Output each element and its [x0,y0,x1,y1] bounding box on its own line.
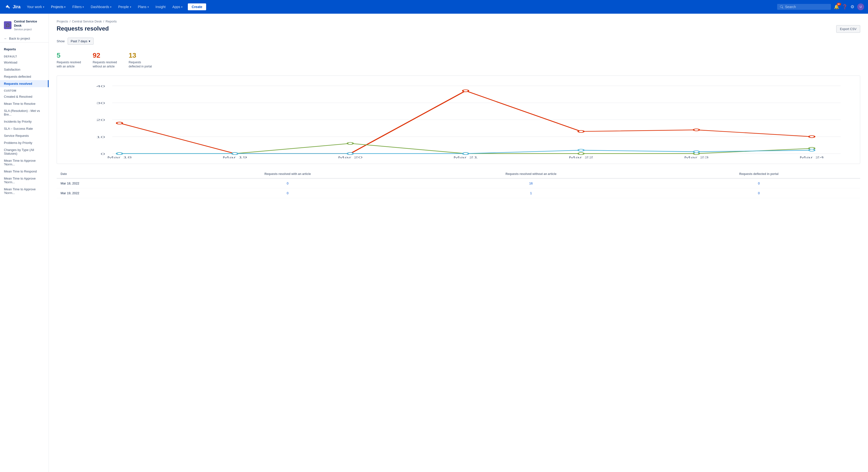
page-header: Requests resolved Export CSV [57,25,860,33]
layout: 🎧 Central Service Desk Service project ←… [0,14,868,472]
reports-heading: Reports [0,45,49,53]
sidebar-item-problems-priority[interactable]: Problems by Priority [0,139,49,146]
chevron-down-icon: ▾ [130,6,131,8]
sidebar-item-requests-deflected[interactable]: Requests deflected [0,73,49,80]
avatar[interactable]: U [857,3,864,10]
period-value: Past 7 days [71,39,87,43]
y-label-30: 30 [96,101,105,105]
x-label-mar20: Mar 20 [338,156,363,159]
x-label-mar21: Mar 21 [453,156,478,159]
nav-dashboards[interactable]: Dashboards ▾ [88,3,114,10]
period-select[interactable]: Past 7 days ▾ [68,38,94,45]
y-label-10: 10 [96,135,105,139]
search-icon [780,5,783,8]
chart-area: 0 10 20 30 40 Mar 18 Mar 19 Mar 20 Mar 2… [62,81,855,159]
series-without-article-line [119,91,812,153]
td-date-1: Mar 19, 2022 [57,188,171,198]
dot-red-0 [117,122,122,124]
y-label-40: 40 [96,85,105,88]
sidebar-item-mean-time-respond[interactable]: Mean Time to Respond [0,168,49,175]
dot-red-4 [578,130,584,132]
sidebar-item-service-requests[interactable]: Service Requests [0,132,49,139]
logo[interactable]: Jira [4,3,21,10]
sidebar-item-sla-success-rate[interactable]: SLA – Success Rate [0,125,49,132]
default-section-title: DEFAULT [0,53,49,59]
x-label-mar23: Mar 23 [684,156,709,159]
sidebar-item-mean-time-approve-1[interactable]: Mean Time to Approve 'Norm... [0,157,49,168]
stat-number-with-article: 5 [57,52,81,59]
th-without-article: Requests resolved without an article [404,170,658,178]
sidebar-item-mean-time-approve-3[interactable]: Mean Time to Approve 'Norm... [0,186,49,197]
settings-icon[interactable]: ⚙ [850,4,854,9]
stat-number-without-article: 92 [93,52,117,59]
dot-green-2 [347,142,353,144]
table-header: Date Requests resolved with an article R… [57,170,860,178]
series-with-article-line [119,143,812,154]
td-deflected-1: 0 [657,188,860,198]
y-label-0: 0 [101,152,105,155]
nav-people[interactable]: People ▾ [116,3,133,10]
dot-blue-2 [347,152,353,155]
page-title: Requests resolved [57,25,109,32]
logo-text: Jira [13,4,21,9]
topnav: Jira Your work ▾ Projects ▾ Filters ▾ Da… [0,0,868,14]
nav-insight[interactable]: Insight [153,3,168,10]
y-label-20: 20 [96,118,105,121]
breadcrumb-central-service-desk[interactable]: Central Service Desk [72,20,102,23]
notification-icon[interactable]: 🔔 9+ [834,4,839,9]
main-content: Projects / Central Service Desk / Report… [49,14,868,472]
stat-label-without-article: Requests resolvedwithout an article [93,60,117,69]
nav-filters[interactable]: Filters ▾ [70,3,86,10]
sidebar-item-mean-time-approve-2[interactable]: Mean Time to Approve 'Norm... [0,175,49,186]
table-row: Mar 18, 2022 0 16 0 [57,178,860,188]
x-label-mar18: Mar 18 [107,156,132,159]
show-label: Show [57,39,65,43]
dot-blue-5 [693,151,700,153]
sidebar: 🎧 Central Service Desk Service project ←… [0,14,49,472]
filter-row: Show Past 7 days ▾ [57,38,860,45]
chevron-down-icon: ▾ [110,6,112,8]
chevron-down-icon: ▾ [148,6,149,8]
sidebar-item-workload[interactable]: Workload [0,59,49,66]
th-deflected: Requests deflected in portal [657,170,860,178]
help-icon[interactable]: ❓ [842,4,847,9]
sidebar-item-mean-time-resolve[interactable]: Mean Time to Resolve [0,100,49,107]
custom-section-title: CUSTOM [0,87,49,93]
stat-without-article: 92 Requests resolvedwithout an article [93,52,117,69]
dot-blue-3 [463,152,469,155]
sidebar-item-satisfaction[interactable]: Satisfaction [0,66,49,73]
stat-label-deflected: Requestsdeflected in portal [129,60,152,69]
sidebar-item-incidents-priority[interactable]: Incidents by Priority [0,118,49,125]
sidebar-item-created-resolved[interactable]: Created & Resolved [0,93,49,100]
dot-green-4 [578,152,584,155]
td-deflected-0: 0 [657,178,860,188]
nav-apps[interactable]: Apps ▾ [170,3,185,10]
stat-deflected: 13 Requestsdeflected in portal [129,52,152,69]
dot-blue-4 [578,149,584,151]
nav-plans[interactable]: Plans ▾ [135,3,151,10]
x-label-mar24: Mar 24 [799,156,824,159]
chevron-down-icon: ▾ [43,6,44,8]
sidebar-item-sla-resolution[interactable]: SLA (Resolution) - Met vs Bre... [0,107,49,118]
td-without-article-0: 16 [404,178,658,188]
td-date-0: Mar 18, 2022 [57,178,171,188]
search-input[interactable] [785,5,828,9]
nav-projects[interactable]: Projects ▾ [49,3,68,10]
th-date: Date [57,170,171,178]
jira-logo-icon [4,3,11,10]
x-label-mar22: Mar 22 [568,156,593,159]
project-icon: 🎧 [4,21,11,29]
nav-your-work[interactable]: Your work ▾ [24,3,46,10]
dot-red-3 [463,90,469,92]
chart-svg: 0 10 20 30 40 Mar 18 Mar 19 Mar 20 Mar 2… [62,81,855,159]
sidebar-item-requests-resolved[interactable]: Requests resolved [0,80,49,87]
search-box[interactable] [777,4,831,10]
breadcrumb-projects[interactable]: Projects [57,20,68,23]
create-button[interactable]: Create [188,3,206,10]
topnav-right: 🔔 9+ ❓ ⚙ U [777,3,864,10]
export-csv-button[interactable]: Export CSV [836,25,860,33]
stat-label-with-article: Requests resolvedwith an article [57,60,81,69]
sidebar-item-changes-type[interactable]: Changes by Type (All Statuses) [0,146,49,157]
chevron-down-icon: ▾ [83,6,84,8]
back-to-project[interactable]: ← Back to project [0,35,49,42]
